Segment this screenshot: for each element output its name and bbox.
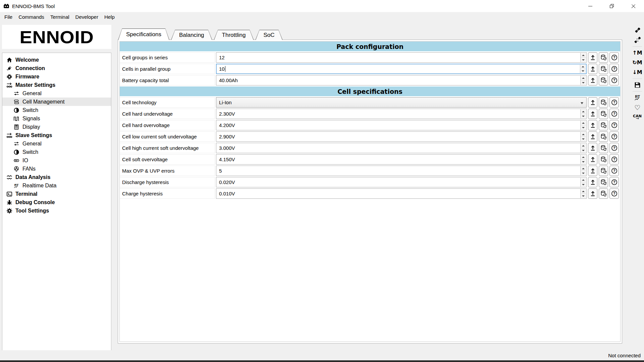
spin-up-button[interactable] — [580, 166, 586, 171]
param-input[interactable]: 2.300V — [216, 109, 587, 119]
tab-soc[interactable]: SoC — [255, 30, 282, 40]
chevron-down-icon[interactable] — [581, 102, 583, 104]
write-value-button[interactable] — [588, 97, 597, 108]
param-input[interactable]: 12 — [216, 52, 587, 63]
spin-down-button[interactable] — [580, 160, 586, 164]
param-input[interactable]: 2.900V — [216, 131, 587, 142]
help-button[interactable]: ? — [609, 120, 619, 130]
write-value-button[interactable] — [588, 166, 597, 176]
sidebar-item-master-settings[interactable]: Master Settings — [2, 81, 111, 89]
help-button[interactable]: ? — [609, 188, 619, 199]
param-input[interactable]: 4.150V — [216, 154, 587, 165]
sidebar-item-connection[interactable]: Connection — [2, 64, 111, 72]
reload-master-button[interactable]: ↻M — [631, 58, 644, 67]
spin-up-button[interactable] — [580, 53, 586, 58]
realtime-button[interactable]: RT — [631, 93, 644, 103]
param-input[interactable]: 5 — [216, 166, 587, 176]
write-value-button[interactable] — [588, 154, 597, 165]
load-default-button[interactable] — [599, 177, 608, 187]
write-value-button[interactable] — [588, 75, 597, 85]
help-button[interactable]: ? — [609, 52, 619, 63]
menu-file[interactable]: File — [1, 12, 15, 21]
sidebar-item-slave-switch[interactable]: Switch — [2, 148, 111, 156]
sidebar-item-master-switch[interactable]: Switch — [2, 106, 111, 114]
sidebar-item-data-analysis[interactable]: Data Analysis — [2, 173, 111, 181]
load-default-button[interactable] — [599, 188, 608, 199]
help-button[interactable]: ? — [609, 97, 619, 108]
load-default-button[interactable] — [599, 131, 608, 142]
spin-up-button[interactable] — [580, 109, 586, 114]
write-value-button[interactable] — [588, 143, 597, 153]
sidebar-item-slave-general[interactable]: General — [2, 139, 111, 148]
spin-down-button[interactable] — [580, 69, 586, 73]
tab-specifications[interactable]: Specifications — [118, 28, 169, 40]
sidebar-item-display[interactable]: Display — [2, 123, 111, 131]
spin-down-button[interactable] — [580, 125, 586, 130]
spin-down-button[interactable] — [580, 171, 586, 175]
param-combobox[interactable]: Li-Ion — [216, 97, 587, 108]
load-default-button[interactable] — [599, 64, 608, 74]
sidebar-item-io[interactable]: IO — [2, 156, 111, 165]
spin-down-button[interactable] — [580, 148, 586, 153]
menu-developer[interactable]: Developer — [72, 12, 101, 21]
spin-down-button[interactable] — [580, 80, 586, 85]
connect-button[interactable] — [631, 25, 644, 35]
restore-button[interactable] — [601, 0, 623, 12]
sidebar-item-signals[interactable]: Signals — [2, 114, 111, 123]
spin-up-button[interactable] — [580, 65, 586, 69]
sidebar-item-slave-settings[interactable]: Slave Settings — [2, 131, 111, 139]
menu-help[interactable]: Help — [101, 12, 118, 21]
menu-terminal[interactable]: Terminal — [47, 12, 72, 21]
spin-down-button[interactable] — [580, 194, 586, 198]
help-button[interactable]: ? — [609, 109, 619, 119]
spin-up-button[interactable] — [580, 132, 586, 137]
param-input[interactable]: 0.010V — [216, 188, 587, 199]
disconnect-button[interactable] — [631, 35, 644, 45]
load-default-button[interactable] — [599, 97, 608, 108]
can-bus-button[interactable]: CAN→ — [631, 112, 644, 122]
help-button[interactable]: ? — [609, 143, 619, 153]
spin-up-button[interactable] — [580, 189, 586, 194]
write-value-button[interactable] — [588, 64, 597, 74]
param-input[interactable]: 40.00Ah — [216, 75, 587, 85]
param-input[interactable]: 3.000V — [216, 143, 587, 153]
write-value-button[interactable] — [588, 177, 597, 187]
minimize-button[interactable] — [580, 0, 601, 12]
load-default-button[interactable] — [599, 75, 608, 85]
spin-up-button[interactable] — [580, 76, 586, 80]
help-button[interactable]: ? — [609, 64, 619, 74]
sidebar-item-cell-management[interactable]: Cell Management — [2, 98, 111, 106]
tab-throttling[interactable]: Throttling — [214, 30, 254, 40]
help-button[interactable]: ? — [609, 131, 619, 142]
load-default-button[interactable] — [599, 154, 608, 165]
spin-down-button[interactable] — [580, 114, 586, 118]
menu-commands[interactable]: Commands — [15, 12, 47, 21]
spin-up-button[interactable] — [580, 155, 586, 160]
sidebar-item-tool-settings[interactable]: Tool Settings — [2, 206, 111, 215]
sidebar-item-terminal[interactable]: Terminal — [2, 190, 111, 198]
load-default-button[interactable] — [599, 52, 608, 63]
heartbeat-button[interactable]: ♡ — [631, 103, 644, 112]
write-value-button[interactable] — [588, 120, 597, 130]
sidebar-item-fans[interactable]: FANs — [2, 165, 111, 173]
sidebar-item-welcome[interactable]: Welcome — [2, 56, 111, 64]
load-default-button[interactable] — [599, 109, 608, 119]
spin-up-button[interactable] — [580, 143, 586, 148]
load-default-button[interactable] — [599, 143, 608, 153]
spin-down-button[interactable] — [580, 58, 586, 62]
read-master-button[interactable]: ↓M — [631, 67, 644, 77]
spin-up-button[interactable] — [580, 121, 586, 125]
close-button[interactable] — [623, 0, 644, 12]
write-value-button[interactable] — [588, 52, 597, 63]
save-button[interactable] — [631, 80, 644, 90]
write-value-button[interactable] — [588, 109, 597, 119]
write-value-button[interactable] — [588, 188, 597, 199]
tab-balancing[interactable]: Balancing — [171, 30, 212, 40]
help-button[interactable]: ? — [609, 177, 619, 187]
param-input[interactable]: 4.200V — [216, 120, 587, 130]
help-button[interactable]: ? — [609, 166, 619, 176]
write-value-button[interactable] — [588, 131, 597, 142]
spin-down-button[interactable] — [580, 182, 586, 187]
sidebar-item-realtime-data[interactable]: RTRealtime Data — [2, 181, 111, 190]
param-input[interactable]: 0.020V — [216, 177, 587, 187]
